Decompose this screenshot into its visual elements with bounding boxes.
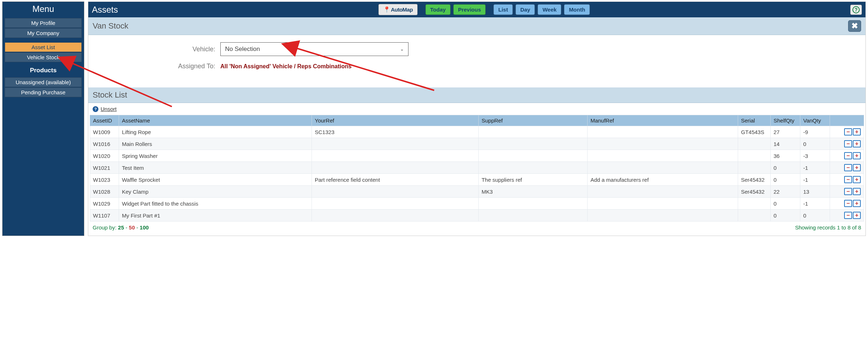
cell-manuf-ref <box>587 150 738 162</box>
menu-item-unassigned[interactable]: Unassigned (available) <box>5 77 82 87</box>
cell-your-ref <box>312 198 479 210</box>
col-manuf-ref[interactable]: ManufRef <box>587 115 738 126</box>
automap-button[interactable]: 📍 AutoMap <box>378 4 418 15</box>
cell-actions: −+ <box>830 138 864 150</box>
day-view-button[interactable]: Day <box>516 4 535 15</box>
col-shelf-qty[interactable]: ShelfQty <box>771 115 800 126</box>
increment-button[interactable]: + <box>853 128 861 136</box>
chevron-down-icon: ⌄ <box>400 47 404 52</box>
cell-your-ref <box>312 138 479 150</box>
cell-serial <box>738 198 771 210</box>
cell-serial <box>738 162 771 174</box>
group-by-option-100[interactable]: 100 <box>140 224 149 231</box>
stock-list-title: Stock List <box>93 90 127 100</box>
col-your-ref[interactable]: YourRef <box>312 115 479 126</box>
cell-asset-id: W1023 <box>90 174 119 186</box>
decrement-button[interactable]: − <box>844 188 852 195</box>
cell-actions: −+ <box>830 210 864 221</box>
month-view-button[interactable]: Month <box>564 4 590 15</box>
cell-actions: −+ <box>830 186 864 198</box>
menu-item-my-profile[interactable]: My Profile <box>5 18 82 28</box>
help-button[interactable]: ? <box>850 5 862 15</box>
cell-manuf-ref <box>587 198 738 210</box>
col-asset-name[interactable]: AssetName <box>119 115 312 126</box>
cell-supp-ref <box>478 162 587 174</box>
increment-button[interactable]: + <box>853 152 861 159</box>
cell-your-ref <box>312 162 479 174</box>
table-row: W1016Main Rollers140−+ <box>90 138 864 150</box>
cell-asset-id: W1107 <box>90 210 119 221</box>
increment-button[interactable]: + <box>853 164 861 171</box>
cell-actions: −+ <box>830 174 864 186</box>
main-content: Assets 📍 AutoMap Today Previous List Day… <box>88 1 866 236</box>
col-van-qty[interactable]: VanQty <box>800 115 830 126</box>
stock-list-header: Stock List <box>88 87 865 103</box>
list-view-button[interactable]: List <box>494 4 513 15</box>
cell-actions: −+ <box>830 198 864 210</box>
cell-shelf-qty: 14 <box>771 138 800 150</box>
cell-supp-ref <box>478 138 587 150</box>
cell-asset-name: Main Rollers <box>119 138 312 150</box>
cell-actions: −+ <box>830 126 864 138</box>
cell-your-ref <box>312 150 479 162</box>
cell-van-qty: -1 <box>800 198 830 210</box>
unsort-link[interactable]: Unsort <box>101 106 117 112</box>
cell-shelf-qty: 0 <box>771 162 800 174</box>
menu-item-asset-list[interactable]: Asset List <box>5 42 82 52</box>
table-row: W1023Waffle SprocketPart reference field… <box>90 174 864 186</box>
increment-button[interactable]: + <box>853 200 861 207</box>
group-by-option-25[interactable]: 25 <box>118 224 124 231</box>
menu-item-pending-purchase[interactable]: Pending Purchase <box>5 87 82 97</box>
cell-serial: GT4543S <box>738 126 771 138</box>
increment-button[interactable]: + <box>853 188 861 195</box>
week-view-button[interactable]: Week <box>538 4 561 15</box>
decrement-button[interactable]: − <box>844 140 852 147</box>
cell-shelf-qty: 0 <box>771 174 800 186</box>
table-footer: Group by: 25 - 50 - 100 Showing records … <box>88 221 865 236</box>
cell-serial: Ser45432 <box>738 174 771 186</box>
decrement-button[interactable]: − <box>844 212 852 219</box>
increment-button[interactable]: + <box>853 212 861 219</box>
automap-label: AutoMap <box>391 7 413 13</box>
cell-asset-name: My First Part #1 <box>119 210 312 221</box>
cell-manuf-ref <box>587 210 738 221</box>
cell-van-qty: -9 <box>800 126 830 138</box>
cell-shelf-qty: 27 <box>771 126 800 138</box>
increment-button[interactable]: + <box>853 176 861 183</box>
page-title: Assets <box>92 5 118 15</box>
decrement-button[interactable]: − <box>844 164 852 171</box>
previous-button[interactable]: Previous <box>453 4 486 15</box>
header-bar: Assets 📍 AutoMap Today Previous List Day… <box>88 2 865 17</box>
cell-asset-name: Lifting Rope <box>119 126 312 138</box>
today-button[interactable]: Today <box>425 4 450 15</box>
cell-serial <box>738 150 771 162</box>
assigned-to-value: All 'Non Assigned' Vehicle / Reps Combin… <box>220 63 352 70</box>
menu-item-my-company[interactable]: My Company <box>5 28 82 38</box>
cell-asset-id: W1009 <box>90 126 119 138</box>
cell-shelf-qty: 22 <box>771 186 800 198</box>
cell-asset-id: W1020 <box>90 150 119 162</box>
decrement-button[interactable]: − <box>844 200 852 207</box>
table-row: W1028Key ClampMK3Ser454322213−+ <box>90 186 864 198</box>
vehicle-select[interactable]: No Selection ⌄ <box>220 42 408 56</box>
menu-item-vehicle-stock[interactable]: Vehicle Stock <box>5 52 82 62</box>
van-stock-header: Van Stock ✖ <box>88 17 865 35</box>
decrement-button[interactable]: − <box>844 152 852 159</box>
decrement-button[interactable]: − <box>844 128 852 136</box>
table-row: W1009Lifting RopeSC1323GT4543S27-9−+ <box>90 126 864 138</box>
vehicle-label: Vehicle: <box>99 46 220 53</box>
col-asset-id[interactable]: AssetID <box>90 115 119 126</box>
cell-asset-id: W1029 <box>90 198 119 210</box>
col-supp-ref[interactable]: SuppRef <box>478 115 587 126</box>
decrement-button[interactable]: − <box>844 176 852 183</box>
sidebar: Menu My Profile My Company Asset List Ve… <box>2 1 84 236</box>
close-button[interactable]: ✖ <box>848 20 861 32</box>
cell-serial <box>738 138 771 150</box>
info-icon: ? <box>93 106 98 112</box>
col-serial[interactable]: Serial <box>738 115 771 126</box>
help-icon: ? <box>852 6 860 13</box>
cell-van-qty: 13 <box>800 186 830 198</box>
group-by-option-50[interactable]: 50 <box>129 224 135 231</box>
cell-serial: Ser45432 <box>738 186 771 198</box>
increment-button[interactable]: + <box>853 140 861 147</box>
